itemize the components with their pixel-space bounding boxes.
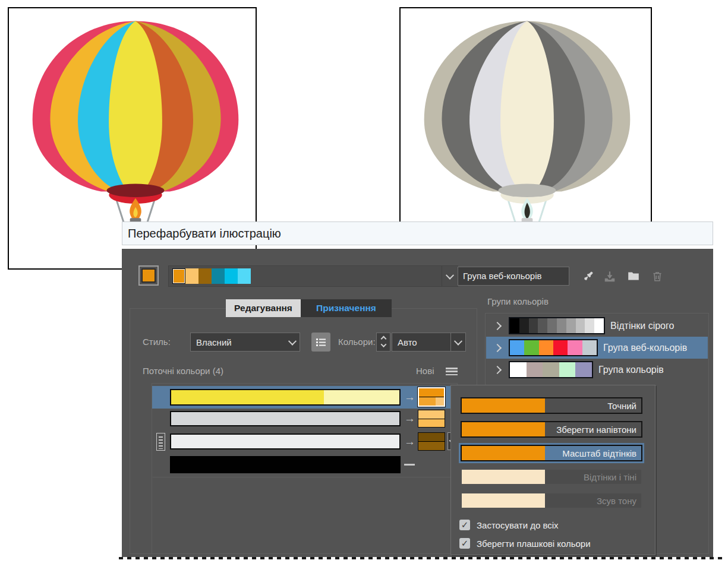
color-cell bbox=[527, 362, 543, 377]
eyedropper-icon[interactable] bbox=[581, 268, 596, 284]
balloon-recolored-image bbox=[405, 17, 649, 238]
apply-to-all-row[interactable]: ✓ Застосувати до всіх bbox=[459, 520, 559, 530]
arrow-icon: → bbox=[404, 413, 415, 424]
save-swatches-icon[interactable] bbox=[602, 268, 617, 284]
swatch-cyan[interactable] bbox=[225, 268, 238, 284]
group-name-input[interactable]: Група веб-кольорів bbox=[458, 267, 569, 286]
active-color-swatch bbox=[141, 268, 156, 283]
no-new-color-dash bbox=[404, 464, 415, 466]
color-reduction-options-button[interactable] bbox=[311, 333, 330, 352]
option-swatch bbox=[462, 446, 545, 460]
artboard-recolored bbox=[399, 7, 652, 241]
color-options-popup: Точний Зберегти напівтони Масштаб відтін… bbox=[450, 385, 655, 555]
checkbox-label: Застосувати до всіх bbox=[477, 520, 559, 530]
style-dropdown-value: Власний bbox=[191, 337, 285, 347]
color-cell bbox=[559, 362, 576, 377]
color-group-row-custom[interactable]: Група кольорів bbox=[486, 359, 708, 381]
current-colors-label: Поточні кольори (4) bbox=[143, 366, 223, 376]
color-cell bbox=[510, 318, 519, 333]
artboard-dashed-edge bbox=[119, 557, 723, 559]
colors-count-stepper[interactable] bbox=[376, 333, 390, 352]
new-color-swatch[interactable] bbox=[418, 410, 445, 428]
color-cell bbox=[585, 318, 594, 333]
swatch-brown[interactable] bbox=[198, 268, 212, 284]
color-segment bbox=[419, 397, 436, 406]
arrow-icon: → bbox=[404, 391, 415, 403]
balloon-bowl-top bbox=[107, 184, 165, 197]
new-colors-label: Нові bbox=[416, 366, 434, 376]
color-cell bbox=[539, 340, 553, 355]
swatch-light-cyan[interactable] bbox=[238, 268, 251, 284]
color-group-row-web-selected[interactable]: Група веб-кольорів bbox=[486, 337, 708, 359]
color-group-name: Відтінки сірого bbox=[610, 321, 674, 331]
color-cell bbox=[547, 318, 557, 333]
colors-label: Кольори: bbox=[338, 337, 376, 347]
color-cell bbox=[510, 362, 527, 377]
checkbox-label: Зберегти плашкові кольори bbox=[477, 539, 591, 549]
color-cell bbox=[543, 362, 559, 377]
new-color-swatch[interactable] bbox=[418, 432, 445, 451]
swatch-bar-dropdown[interactable] bbox=[442, 266, 458, 286]
option-tints-shades-disabled[interactable]: Відтінки і тіні bbox=[461, 469, 642, 485]
chevron-right-icon bbox=[493, 321, 502, 330]
option-swatch bbox=[462, 422, 545, 436]
color-segment bbox=[418, 419, 445, 428]
color-segment bbox=[171, 457, 399, 472]
color-cell bbox=[582, 340, 597, 355]
color-cell bbox=[538, 318, 547, 333]
current-color-bar[interactable] bbox=[170, 411, 401, 426]
option-label: Масштаб відтінків bbox=[545, 446, 641, 460]
color-cell bbox=[575, 362, 592, 377]
trash-icon[interactable] bbox=[650, 268, 665, 284]
swatch-teal[interactable] bbox=[212, 268, 225, 284]
checkbox-checked-icon[interactable]: ✓ bbox=[459, 520, 470, 530]
current-color-bar[interactable] bbox=[170, 389, 401, 406]
color-segment bbox=[171, 412, 399, 425]
color-cell bbox=[519, 318, 529, 333]
preserve-spot-colors-row[interactable]: ✓ Зберегти плашкові кольори bbox=[459, 538, 591, 549]
option-swatch bbox=[462, 470, 545, 484]
color-group-row-grayscale[interactable]: Відтінки сірого bbox=[486, 315, 708, 337]
color-cell bbox=[566, 318, 576, 333]
option-exact[interactable]: Точний bbox=[461, 397, 642, 414]
color-cell bbox=[568, 340, 582, 355]
option-swatch bbox=[462, 493, 545, 508]
color-cell bbox=[510, 340, 524, 355]
color-segment bbox=[324, 390, 399, 404]
illustrator-canvas: Перефарбувати ілюстрацію Група веб-кольо… bbox=[0, 0, 728, 576]
tab-assign[interactable]: Призначення bbox=[301, 299, 392, 317]
option-label: Точний bbox=[545, 398, 641, 413]
checkbox-checked-icon[interactable]: ✓ bbox=[459, 538, 470, 549]
color-segment bbox=[418, 442, 445, 450]
chevron-down-icon bbox=[446, 271, 454, 280]
divider bbox=[153, 477, 456, 477]
option-swatch bbox=[462, 398, 545, 413]
swatch-orange-selected[interactable] bbox=[172, 268, 185, 284]
option-label: Зсув тону bbox=[545, 493, 641, 508]
swatch-light-orange[interactable] bbox=[185, 268, 198, 284]
color-cell bbox=[529, 318, 538, 333]
dialog-body: Група веб-кольорів Редагування Призначен… bbox=[122, 249, 713, 557]
colors-count-dropdown[interactable]: Авто bbox=[392, 333, 466, 352]
menu-icon[interactable] bbox=[446, 368, 458, 375]
new-color-swatch[interactable] bbox=[418, 387, 445, 407]
dialog-titlebar[interactable]: Перефарбувати ілюстрацію bbox=[122, 221, 713, 245]
option-hue-shift-disabled[interactable]: Зсув тону bbox=[461, 492, 642, 509]
current-color-bar[interactable] bbox=[170, 433, 401, 450]
folder-icon[interactable] bbox=[626, 268, 641, 284]
colors-count-value: Авто bbox=[392, 337, 450, 347]
color-segment bbox=[171, 390, 324, 404]
color-segment bbox=[419, 388, 444, 397]
option-preserve-tints[interactable]: Зберегти напівтони bbox=[461, 421, 642, 438]
option-scale-tints-selected[interactable]: Масштаб відтінків bbox=[461, 445, 642, 461]
arrow-icon: → bbox=[404, 436, 415, 447]
row-indicator-icon[interactable] bbox=[156, 433, 165, 451]
color-group-name: Група кольорів bbox=[598, 365, 664, 375]
color-group-swatch-bar[interactable] bbox=[168, 265, 458, 287]
style-dropdown[interactable]: Власний bbox=[190, 333, 300, 352]
current-color-bar[interactable] bbox=[170, 456, 401, 473]
active-color-swatch-button[interactable] bbox=[138, 265, 159, 286]
style-label: Стиль: bbox=[143, 337, 171, 347]
chevron-down-icon bbox=[454, 337, 462, 346]
tab-edit[interactable]: Редагування bbox=[226, 299, 301, 317]
